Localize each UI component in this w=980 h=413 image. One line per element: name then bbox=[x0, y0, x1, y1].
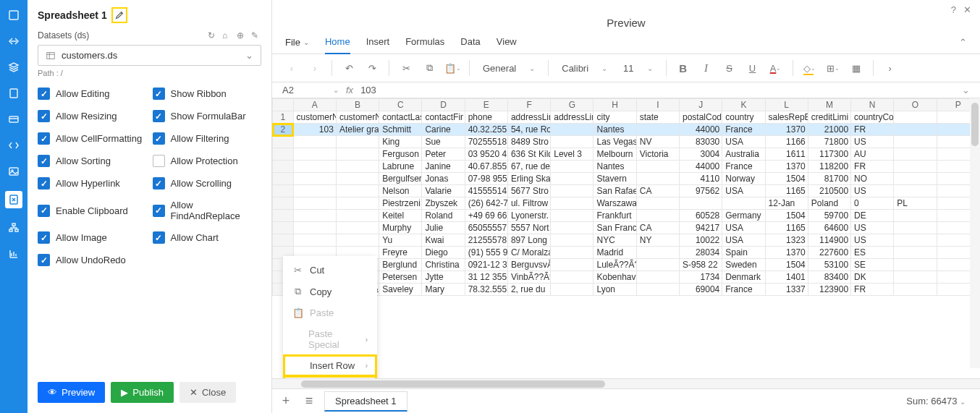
cell[interactable]: 227600 bbox=[808, 247, 850, 259]
cell[interactable]: Sue bbox=[422, 136, 465, 148]
rail-menu-icon[interactable] bbox=[7, 9, 20, 22]
cell[interactable]: 5677 Stro bbox=[507, 185, 550, 197]
rail-card-icon[interactable] bbox=[7, 113, 20, 126]
header-cell[interactable]: contactLas bbox=[379, 111, 422, 124]
column-header-F[interactable]: F bbox=[507, 99, 550, 111]
column-header-M[interactable]: M bbox=[808, 99, 850, 111]
cell[interactable]: San Rafae bbox=[594, 185, 636, 197]
cell[interactable]: NY bbox=[636, 234, 679, 247]
ribbon-tab-data[interactable]: Data bbox=[460, 36, 480, 54]
merge-button[interactable]: ▦ bbox=[847, 59, 866, 77]
cell[interactable]: Petersen bbox=[379, 271, 422, 284]
cell[interactable]: USA bbox=[722, 136, 765, 148]
cell[interactable]: France bbox=[722, 284, 765, 296]
cell[interactable]: 1734 bbox=[680, 271, 722, 284]
cell[interactable]: Kwai bbox=[422, 234, 465, 247]
cell[interactable] bbox=[336, 185, 379, 197]
cell[interactable] bbox=[551, 234, 594, 247]
cell[interactable]: 1504 bbox=[765, 259, 808, 271]
cell[interactable] bbox=[293, 136, 336, 148]
cell[interactable]: Frankfurt bbox=[594, 210, 636, 222]
cell[interactable]: Madrid bbox=[594, 247, 636, 259]
cell[interactable]: ul. Filtrow bbox=[507, 197, 550, 210]
file-menu[interactable]: File ⌄ bbox=[285, 37, 309, 54]
cell[interactable]: King bbox=[379, 136, 422, 148]
cell[interactable] bbox=[551, 136, 594, 148]
cell[interactable]: 60528 bbox=[680, 210, 722, 222]
cell[interactable]: PL bbox=[894, 197, 937, 210]
cell[interactable]: (91) 555 9 bbox=[465, 247, 507, 259]
cell[interactable]: US bbox=[851, 222, 894, 234]
header-cell[interactable]: addressLin bbox=[551, 111, 594, 124]
row-header[interactable] bbox=[273, 136, 294, 148]
row-header[interactable]: 2 bbox=[273, 124, 294, 136]
cell[interactable]: C/ Moralza bbox=[507, 247, 550, 259]
column-header-J[interactable]: J bbox=[680, 99, 722, 111]
header-cell[interactable]: city bbox=[594, 111, 636, 124]
cell[interactable] bbox=[293, 148, 336, 161]
formula-expand-icon[interactable]: ⌄ bbox=[962, 85, 970, 95]
cell[interactable] bbox=[336, 148, 379, 161]
cell[interactable] bbox=[551, 124, 594, 136]
cell[interactable]: 210500 bbox=[808, 185, 850, 197]
cell[interactable] bbox=[636, 161, 679, 173]
cell[interactable] bbox=[636, 210, 679, 222]
cell[interactable]: FR bbox=[851, 284, 894, 296]
cell[interactable]: DK bbox=[851, 271, 894, 284]
menu-insert-row[interactable]: Insert Row› bbox=[284, 355, 376, 376]
cell[interactable]: Peter bbox=[422, 148, 465, 161]
cell[interactable]: Zbyszek bbox=[422, 197, 465, 210]
cell[interactable]: Warszawa bbox=[594, 197, 636, 210]
cell[interactable]: 07-98 955 bbox=[465, 173, 507, 185]
cell[interactable]: Carine bbox=[422, 124, 465, 136]
row-header[interactable] bbox=[273, 210, 294, 222]
cell[interactable]: 40.67.855 bbox=[465, 161, 507, 173]
cell[interactable] bbox=[680, 197, 722, 210]
option-allow-sorting[interactable]: Allow Sorting bbox=[38, 155, 147, 167]
cell[interactable] bbox=[551, 210, 594, 222]
header-cell[interactable]: customerN bbox=[336, 111, 379, 124]
option-allow-filtering[interactable]: Allow Filtering bbox=[153, 132, 262, 145]
cell[interactable]: Labrune bbox=[379, 161, 422, 173]
cell[interactable]: Jytte bbox=[422, 271, 465, 284]
cell[interactable]: 1323 bbox=[765, 234, 808, 247]
cell[interactable]: 636 St Kild bbox=[507, 148, 550, 161]
all-sheets-button[interactable]: ≡ bbox=[301, 393, 317, 409]
rail-page-icon[interactable] bbox=[7, 87, 20, 100]
column-header-K[interactable]: K bbox=[722, 99, 765, 111]
cell[interactable] bbox=[336, 210, 379, 222]
cell[interactable] bbox=[551, 197, 594, 210]
column-header-L[interactable]: L bbox=[765, 99, 808, 111]
row-header[interactable]: 1 bbox=[273, 111, 294, 124]
menu-copy[interactable]: ⧉Copy bbox=[284, 281, 376, 302]
cell[interactable]: 31 12 355 bbox=[465, 271, 507, 284]
menu-cut[interactable]: ✂Cut bbox=[284, 260, 376, 281]
cell[interactable]: Diego bbox=[422, 247, 465, 259]
cell[interactable]: (26) 642-7 bbox=[465, 197, 507, 210]
cell[interactable] bbox=[551, 259, 594, 271]
ribbon-tab-home[interactable]: Home bbox=[325, 36, 350, 54]
cell[interactable]: Jonas bbox=[422, 173, 465, 185]
menu-delete-row[interactable]: Delete Row bbox=[284, 376, 376, 378]
rail-link-icon[interactable] bbox=[7, 35, 20, 48]
home-icon[interactable]: ⌂ bbox=[222, 30, 232, 41]
option-allow-scrolling[interactable]: Allow Scrolling bbox=[153, 177, 262, 190]
cell[interactable] bbox=[551, 271, 594, 284]
cell-reference[interactable]: A2 bbox=[282, 85, 326, 95]
cell[interactable] bbox=[722, 197, 765, 210]
help-icon[interactable]: ? bbox=[951, 4, 956, 15]
number-format-select[interactable]: General⌄ bbox=[477, 61, 541, 75]
cell[interactable] bbox=[336, 222, 379, 234]
row-header[interactable] bbox=[273, 197, 294, 210]
cell[interactable]: Valarie bbox=[422, 185, 465, 197]
column-header-N[interactable]: N bbox=[851, 99, 894, 111]
spreadsheet-grid[interactable]: ABCDEFGHIJKLMNOP1customerNcustomerNconta… bbox=[272, 98, 980, 378]
cell[interactable]: 1370 bbox=[765, 124, 808, 136]
rail-image-icon[interactable] bbox=[7, 165, 20, 178]
cell[interactable]: 94217 bbox=[680, 222, 722, 234]
cell[interactable] bbox=[551, 161, 594, 173]
cell[interactable]: 1165 bbox=[765, 222, 808, 234]
font-color-button[interactable]: A⌄ bbox=[766, 59, 785, 77]
fx-label[interactable]: fx bbox=[346, 85, 353, 95]
cell[interactable] bbox=[551, 247, 594, 259]
